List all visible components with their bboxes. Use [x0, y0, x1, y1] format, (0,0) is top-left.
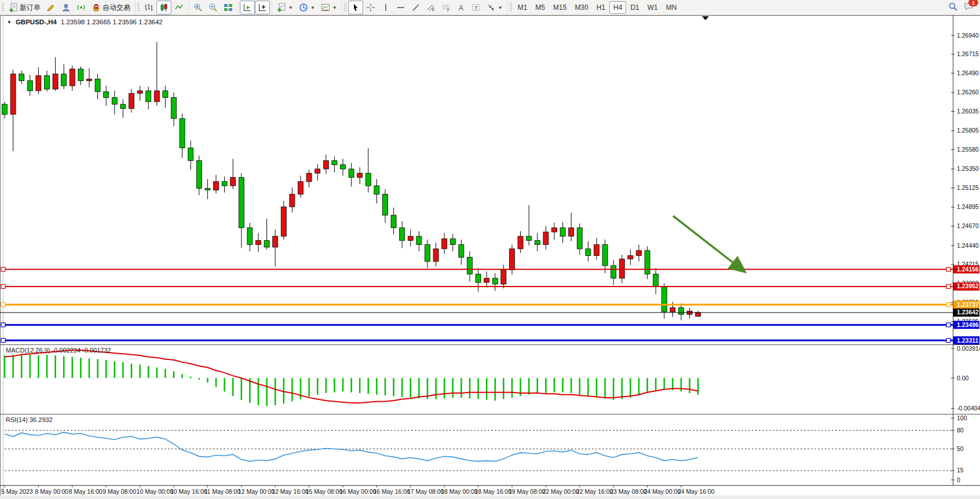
line-handle[interactable]: [946, 284, 950, 288]
line-handle[interactable]: [946, 303, 950, 307]
candle-body[interactable]: [137, 91, 142, 93]
candle-body[interactable]: [628, 255, 633, 259]
candle-body[interactable]: [349, 169, 354, 178]
candle-body[interactable]: [543, 232, 548, 245]
candle-body[interactable]: [594, 245, 599, 256]
candle-body[interactable]: [53, 74, 58, 89]
template-button[interactable]: ▼: [318, 1, 340, 14]
candle-body[interactable]: [535, 240, 540, 244]
line-chart-button[interactable]: [171, 1, 187, 14]
candle-body[interactable]: [341, 165, 346, 169]
chart-menu-arrow-icon[interactable]: ▼: [7, 20, 12, 25]
candle-body[interactable]: [696, 313, 701, 316]
candle-body[interactable]: [679, 308, 684, 315]
text-tool-button[interactable]: A: [454, 1, 469, 14]
candle-body[interactable]: [459, 245, 464, 258]
text-label-tool-button[interactable]: T: [469, 1, 484, 14]
candle-body[interactable]: [365, 173, 371, 186]
zoom-in-button[interactable]: [191, 1, 206, 14]
candle-body[interactable]: [552, 228, 557, 232]
timeframe-mn[interactable]: MN: [662, 1, 681, 14]
channel-tool-button[interactable]: E: [423, 1, 438, 14]
search-icon[interactable]: [948, 2, 958, 13]
candle-body[interactable]: [611, 266, 616, 278]
chart-canvas[interactable]: 1.269401.267151.264901.262601.260351.258…: [0, 15, 980, 499]
candle-body[interactable]: [78, 69, 83, 80]
candle-body[interactable]: [510, 249, 515, 270]
expert-advisors-button[interactable]: [58, 1, 74, 14]
candle-body[interactable]: [36, 76, 41, 91]
candle-body[interactable]: [653, 274, 659, 287]
candle-body[interactable]: [374, 186, 379, 195]
candle-body[interactable]: [306, 173, 312, 182]
horizontal-line-tool-button[interactable]: [393, 1, 408, 14]
zoom-out-button[interactable]: [206, 1, 221, 14]
candle-body[interactable]: [661, 287, 667, 312]
trend-arrow-object[interactable]: [673, 216, 744, 271]
candle-body[interactable]: [442, 239, 447, 248]
candle-body[interactable]: [332, 160, 337, 164]
trendline-tool-button[interactable]: [408, 1, 423, 14]
signals-button[interactable]: [74, 1, 89, 14]
candle-body[interactable]: [569, 228, 574, 237]
candle-body[interactable]: [357, 173, 363, 177]
collapse-arrow-icon[interactable]: [702, 16, 709, 20]
candle-body[interactable]: [112, 97, 117, 104]
candle-body[interactable]: [129, 93, 134, 108]
candle-body[interactable]: [602, 245, 608, 266]
candle-body[interactable]: [298, 182, 303, 195]
candle-body[interactable]: [205, 188, 210, 190]
candle-body[interactable]: [171, 97, 177, 118]
notifications-button[interactable]: 1: [964, 2, 974, 13]
timeframe-m1[interactable]: M1: [514, 1, 532, 14]
line-handle[interactable]: [1, 267, 5, 271]
candle-body[interactable]: [619, 259, 624, 278]
timeframe-h4[interactable]: H4: [609, 1, 626, 14]
candlestick-chart-button[interactable]: [156, 1, 171, 14]
candle-body[interactable]: [425, 245, 430, 262]
line-handle[interactable]: [1, 339, 5, 343]
candle-body[interactable]: [231, 177, 236, 186]
autotrade-button[interactable]: 自动交易: [89, 1, 133, 14]
candle-body[interactable]: [27, 80, 32, 90]
line-handle[interactable]: [1, 284, 5, 288]
candle-body[interactable]: [61, 74, 67, 86]
timeframe-d1[interactable]: D1: [626, 1, 643, 14]
candle-body[interactable]: [637, 251, 642, 256]
auto-scroll-button[interactable]: [240, 1, 255, 14]
timeframe-m5[interactable]: M5: [531, 1, 549, 14]
candle-body[interactable]: [10, 74, 16, 115]
candle-body[interactable]: [180, 119, 185, 148]
candle-body[interactable]: [290, 194, 295, 207]
chart-shift-button[interactable]: [255, 1, 270, 14]
candle-body[interactable]: [104, 91, 109, 97]
crayon-button[interactable]: [43, 1, 58, 14]
candle-body[interactable]: [484, 278, 489, 282]
candle-body[interactable]: [70, 69, 75, 86]
fibonacci-tool-button[interactable]: F: [438, 1, 454, 14]
candle-body[interactable]: [247, 228, 253, 245]
candle-body[interactable]: [154, 91, 159, 102]
candle-body[interactable]: [408, 236, 413, 240]
period-button[interactable]: ▼: [296, 1, 318, 14]
candle-body[interactable]: [222, 182, 227, 186]
candle-body[interactable]: [120, 104, 126, 108]
candle-body[interactable]: [560, 228, 565, 237]
candle-body[interactable]: [400, 228, 405, 241]
candle-body[interactable]: [492, 278, 498, 284]
candle-body[interactable]: [391, 215, 396, 228]
candle-body[interactable]: [196, 160, 202, 188]
tile-windows-button[interactable]: [221, 1, 236, 14]
candle-body[interactable]: [214, 182, 219, 190]
candle-body[interactable]: [450, 239, 455, 244]
candle-body[interactable]: [645, 251, 650, 274]
candle-body[interactable]: [670, 308, 675, 312]
shapes-tool-button[interactable]: ▼: [484, 1, 506, 14]
candle-body[interactable]: [501, 270, 506, 284]
candle-body[interactable]: [476, 274, 481, 282]
timeframe-m15[interactable]: M15: [549, 1, 571, 14]
line-handle[interactable]: [946, 323, 950, 327]
line-handle[interactable]: [1, 323, 5, 327]
cursor-tool-button[interactable]: [348, 1, 363, 14]
candle-body[interactable]: [281, 207, 286, 236]
